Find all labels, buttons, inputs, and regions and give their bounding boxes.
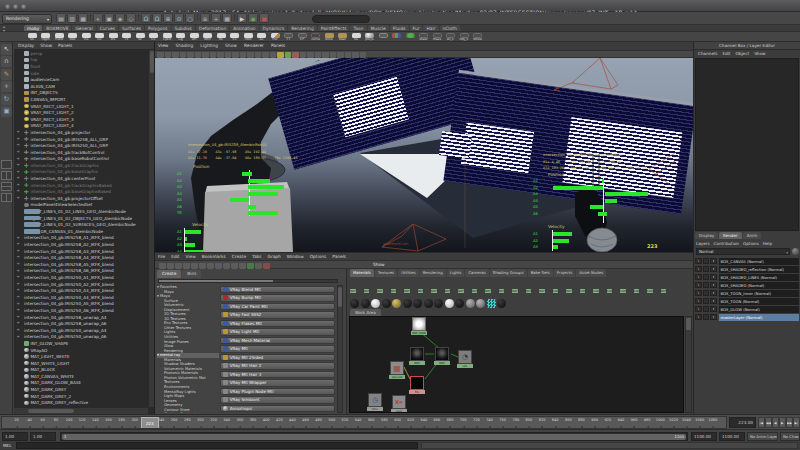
layer-editor-menu[interactable]: Contribution	[714, 240, 739, 247]
shelf-tab[interactable]: Fluids	[390, 25, 409, 31]
node-list-item[interactable]: VRay Bump Mtl	[220, 294, 335, 303]
material-swatch[interactable]	[361, 299, 370, 308]
outliner-menu[interactable]: Panels	[58, 42, 72, 49]
material-swatch[interactable]: MAT	[350, 277, 362, 297]
material-swatch[interactable]: MAT	[485, 277, 497, 297]
layer-mode-toggle[interactable]	[710, 258, 717, 265]
layer-blend-mode-dropdown[interactable]: Normal	[696, 248, 790, 255]
outliner-item[interactable]: intersection_04_gb:IRIS258_A2_IKFK_blend	[14, 241, 148, 248]
playback-button[interactable]: ▶▶	[786, 417, 793, 428]
layout-three-pane-button[interactable]	[1, 182, 12, 191]
shelf-button[interactable]	[404, 32, 416, 41]
shelf-tab[interactable]: nCloth	[440, 25, 460, 31]
hypershade-menu[interactable]: Tabs	[252, 253, 262, 260]
status-icon[interactable]: ▤	[56, 13, 66, 23]
layer-visibility-toggle[interactable]	[695, 314, 702, 321]
shelf-button[interactable]	[377, 32, 389, 41]
status-icon[interactable]: Ω	[141, 13, 151, 23]
shelf-button[interactable]: bear	[337, 32, 349, 41]
status-icon[interactable]: +	[211, 13, 221, 23]
shading-node[interactable]: X=expr	[391, 395, 407, 413]
material-swatch[interactable]	[487, 299, 496, 308]
material-swatch[interactable]: MAT	[364, 277, 376, 297]
outliner-item[interactable]: VRAY_RECT_LIGHT_3	[14, 116, 148, 123]
viewport-toolbar-icon[interactable]	[165, 52, 172, 58]
status-icon[interactable]: |	[196, 13, 199, 23]
shelf-tab[interactable]: Fur	[410, 25, 423, 31]
shelf-button[interactable]: DS	[107, 32, 119, 41]
node-list-item[interactable]: VRay Blend Mtl	[220, 285, 335, 294]
layer-renderable-toggle[interactable]	[703, 266, 710, 273]
tool-button[interactable]: +	[1, 81, 12, 92]
viewport-toolbar-icon[interactable]	[277, 52, 284, 58]
node-list-item[interactable]: VRay Plugin Node Mtl	[220, 387, 335, 396]
material-swatch[interactable]	[424, 299, 433, 308]
shelf-tab[interactable]: Toon	[350, 25, 366, 31]
layer-editor-tab[interactable]: Render	[719, 232, 742, 239]
viewport-toolbar-icon[interactable]	[202, 52, 209, 58]
channel-box-menu[interactable]: Show	[754, 50, 765, 58]
playback-start-field[interactable]: 1.00	[30, 432, 56, 441]
layout-four-pane-button[interactable]	[1, 193, 12, 202]
shelf-button[interactable]: RC	[215, 32, 227, 41]
status-icon[interactable]: |	[89, 13, 92, 23]
outliner-item[interactable]: VRAY_RECT_LIGHT_1	[14, 103, 148, 110]
outliner-item[interactable]: audienceCam	[14, 76, 148, 83]
node-list-item[interactable]: VRay Flakes Mtl	[220, 319, 335, 328]
shelf-tab[interactable]: moby	[24, 25, 42, 31]
shading-node[interactable]: ◔util	[457, 350, 473, 368]
channel-box-menu[interactable]: Channels	[698, 50, 717, 58]
viewport-toolbar-icon[interactable]	[180, 52, 187, 58]
shelf-tab[interactable]: Hair	[423, 25, 438, 31]
material-swatch[interactable]	[466, 299, 475, 308]
shelf-button[interactable]: TE	[121, 32, 133, 41]
viewport-menu[interactable]: Lighting	[200, 42, 218, 50]
menu-set-selector[interactable]: Rendering▾	[2, 14, 52, 24]
status-icon[interactable]: ○	[185, 13, 195, 23]
shading-node[interactable]: MAT_GRID	[411, 317, 427, 335]
outliner-item[interactable]: MAT_CANVAS_WHITE	[14, 373, 148, 380]
shading-node[interactable]: MAT	[409, 347, 425, 365]
hypershade-menu[interactable]: Window	[287, 253, 304, 260]
material-swatch[interactable]	[392, 299, 401, 308]
outliner-item[interactable]: intersection_04_gb:trackGraphix	[14, 162, 148, 169]
status-icon[interactable]: ◇	[126, 13, 136, 23]
browser-tab[interactable]: Utilities	[398, 269, 419, 277]
outliner-horizontal-scrollbar[interactable]	[14, 407, 148, 414]
node-list-item[interactable]: VRay Mesh Material	[220, 336, 335, 345]
viewport-menu[interactable]: Show	[225, 42, 237, 50]
node-list-scrollbar[interactable]	[337, 285, 343, 413]
outliner-vertical-scrollbar[interactable]	[148, 50, 154, 407]
layer-visibility-toggle[interactable]	[695, 274, 702, 281]
browser-tab[interactable]: Asset Nodes	[576, 269, 606, 277]
range-slider-thumb[interactable]: 1 1100	[62, 434, 686, 440]
status-icon[interactable]: ◈	[115, 13, 125, 23]
viewport-toolbar-icon[interactable]	[210, 52, 217, 58]
shelf-tab[interactable]: Rendering	[288, 25, 316, 31]
playback-button[interactable]: ▶|	[793, 417, 800, 428]
shelf-tab[interactable]: Dynamics	[260, 25, 288, 31]
shelf-button[interactable]: CP	[296, 32, 308, 41]
playback-end-field[interactable]: 1100.00	[691, 432, 717, 441]
viewport-toolbar-icon[interactable]	[217, 52, 224, 58]
material-swatch[interactable]: CAN	[620, 277, 632, 297]
command-language-toggle[interactable]: MEL	[3, 441, 12, 450]
viewport-toolbar-icon[interactable]	[352, 52, 359, 58]
shelf-button[interactable]: HRB	[242, 32, 254, 41]
viewport-menu[interactable]: Renderer	[244, 42, 264, 50]
viewport-menu[interactable]: Panels	[271, 42, 285, 50]
layer-editor-tab[interactable]: Display	[695, 232, 718, 239]
status-icon[interactable]: ⊕	[163, 13, 173, 23]
shelf-tab[interactable]: Curves	[97, 25, 118, 31]
anim-layer-dropdown[interactable]: No Anim Layer	[747, 432, 778, 441]
node-list-item[interactable]: VRay Mtl Wrapper	[220, 379, 335, 388]
hypershade-menu[interactable]: Create	[232, 253, 246, 260]
material-swatch[interactable]: MAT	[445, 277, 457, 297]
status-icon[interactable]: ▣	[259, 13, 269, 23]
render-layer-row[interactable]: masterLayer (Normal)	[694, 313, 800, 321]
status-icon[interactable]: ◉	[248, 13, 258, 23]
outliner-item[interactable]: intersection_04_gb:baseRobotControl	[14, 156, 148, 163]
material-swatch[interactable]: CAN	[593, 277, 605, 297]
outliner-item[interactable]: VRayAO	[14, 347, 148, 354]
viewport-toolbar-icon[interactable]	[322, 52, 329, 58]
